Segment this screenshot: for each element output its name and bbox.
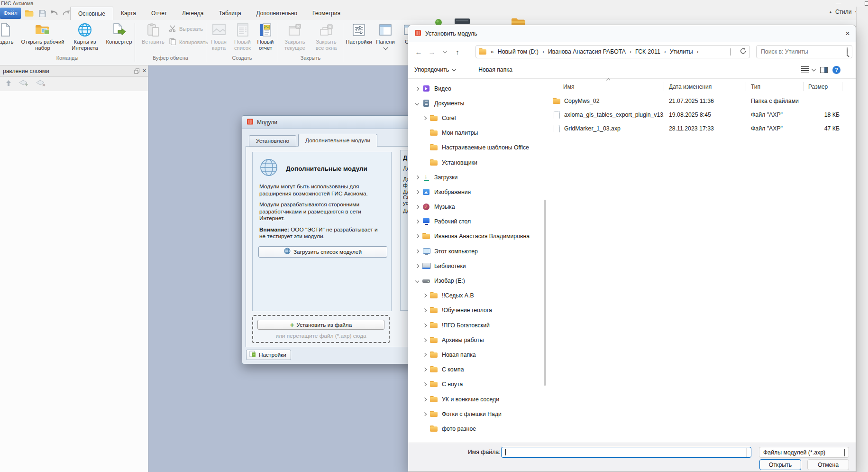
tree-item[interactable]: С ноута [409,377,544,392]
modules-tab[interactable]: Установлено [249,135,296,147]
load-modules-list-button[interactable]: Загрузить список модулей [258,246,387,258]
file-row[interactable]: CopyMws_02 21.07.2025 11:36 Папка с файл… [550,94,842,108]
breadcrumb-item[interactable]: ГСК-2011 [635,48,660,55]
file-menu-button[interactable]: Файл [0,8,21,19]
address-bar[interactable]: « Новый том (D:) › Иванова Анастасия РАБ… [475,45,750,58]
install-from-file-button[interactable]: + Установить из файла [257,320,384,330]
organize-button[interactable]: Упорядочить [414,66,456,73]
undo-icon[interactable] [49,8,60,19]
layer-list[interactable] [0,91,148,472]
tree-item[interactable]: !Обучение геолога [409,303,544,318]
chevron-icon[interactable] [415,234,419,238]
tree-item[interactable]: Загрузки [409,170,544,185]
ribbon-tab[interactable]: Дополнительно [249,7,305,20]
ribbon-tab[interactable]: Основные [70,7,113,20]
tree-item[interactable]: Рабочий стол [409,214,544,229]
remove-layer-icon[interactable] [36,79,46,89]
column-header-type[interactable]: Тип [746,80,804,93]
up-icon[interactable]: ↑ [451,48,464,56]
chevron-icon[interactable] [423,382,427,386]
file-dialog-titlebar[interactable]: Установить модуль [408,25,856,42]
chevron-icon[interactable] [423,308,427,312]
refresh-icon[interactable] [740,47,747,56]
tree-item[interactable]: Новая папка [409,347,544,362]
tree-item[interactable]: Фотки с флешки Нади [409,407,544,421]
address-dropdown-icon[interactable] [731,48,731,55]
minimize-icon[interactable]: — [836,0,841,6]
panels-button[interactable]: Панели [374,22,397,57]
filename-input[interactable] [501,447,751,458]
chevron-icon[interactable] [415,279,419,283]
ribbon-tab[interactable]: Карта [113,7,144,20]
search-input[interactable]: Поиск в: Утилиты [756,45,852,58]
breadcrumb-item[interactable]: Утилиты [670,48,693,55]
open-workspace-button[interactable]: Открыть рабочий набор [20,22,65,57]
tree-scrollbar-thumb[interactable] [544,200,546,386]
column-header-name[interactable]: Имя [550,80,664,93]
chevron-icon[interactable] [423,294,427,297]
breadcrumb-item[interactable]: Иванова Анастасия РАБОТА [548,48,626,55]
tree-item[interactable]: Библиотеки [409,259,544,273]
file-type-filter[interactable]: Файлы модулей (*.axp) [759,447,849,458]
tree-item[interactable]: Corel [409,111,544,125]
history-chevron-icon[interactable] [439,51,451,53]
float-panel-icon[interactable] [133,67,140,74]
new-list-button[interactable]: Новый список [231,22,254,57]
chevron-icon[interactable] [423,412,427,416]
chevron-icon[interactable] [415,220,419,223]
tree-item[interactable]: Мои палитры [409,126,544,140]
chevron-icon[interactable] [415,102,419,105]
new-button[interactable]: оздать [0,22,17,57]
add-layer-icon[interactable] [19,79,29,89]
tree-item[interactable]: Архивы работы [409,333,544,347]
ribbon-tab[interactable]: Геометрия [305,7,348,20]
chevron-icon[interactable] [423,116,427,120]
ribbon-tab[interactable]: Отчет [144,7,174,20]
tree-item[interactable]: Музыка [409,200,544,214]
chevron-icon[interactable] [423,323,427,327]
chevron-icon[interactable] [415,249,419,253]
chevron-icon[interactable] [423,368,427,371]
settings-button[interactable]: Настройки [345,22,373,57]
tree-item[interactable]: С компа [409,362,544,377]
tree-item[interactable]: Иванова Анастасия Владимировна [409,229,544,244]
chevron-icon[interactable] [415,86,419,90]
close-all-button[interactable]: Закрыть все окна [311,22,341,57]
file-row[interactable]: GridMarker_1_03.axp 28.11.2023 17:33 Фай… [550,121,842,135]
view-mode-button[interactable] [801,66,815,74]
close-icon[interactable]: × [842,28,853,39]
chevron-icon[interactable] [415,205,419,209]
column-header-date[interactable]: Дата изменения [664,80,746,93]
ribbon-tab[interactable]: Легенда [174,7,211,20]
redo-icon[interactable] [61,8,71,19]
move-layer-up-icon[interactable] [5,79,12,89]
chevron-icon[interactable] [423,353,427,357]
modules-settings-button[interactable]: Настройки [246,350,291,360]
back-icon[interactable]: ← [412,48,425,56]
new-map-button[interactable]: Новая карта [207,22,230,57]
tree-item[interactable]: Изобар (E:) [409,273,544,288]
filename-dropdown-icon[interactable] [747,448,747,457]
breadcrumb-item[interactable]: Новый том (D:) [498,48,539,55]
help-icon[interactable]: ? [832,66,841,74]
tree-item[interactable]: Видео [409,81,544,96]
cut-button[interactable]: Вырезать [169,25,203,33]
tree-item[interactable]: !!Седых А.В [409,288,544,303]
close-panel-icon[interactable]: ✕ [141,67,148,74]
tree-item[interactable]: фото разное [409,421,544,436]
paste-button[interactable]: Вставить [138,22,168,57]
modules-tab[interactable]: Дополнительные модули [298,134,377,147]
chevron-icon[interactable] [415,264,419,268]
save-icon[interactable] [37,8,47,19]
chevron-icon[interactable] [423,397,427,401]
module-drop-zone[interactable]: + Установить из файла или перетащите фай… [252,315,390,343]
copy-button[interactable]: Копировать [169,38,208,46]
tree-item[interactable]: Изображения [409,185,544,199]
new-folder-button[interactable]: Новая папка [478,66,512,73]
tree-item[interactable]: Этот компьютер [409,244,544,259]
new-report-button[interactable]: Новый отчет [254,22,277,57]
chevron-icon[interactable] [423,338,427,342]
column-header-size[interactable]: Размер [804,80,842,93]
modules-dialog-titlebar[interactable]: Модули [242,116,431,129]
converter-button[interactable]: Конвертер [103,22,135,57]
